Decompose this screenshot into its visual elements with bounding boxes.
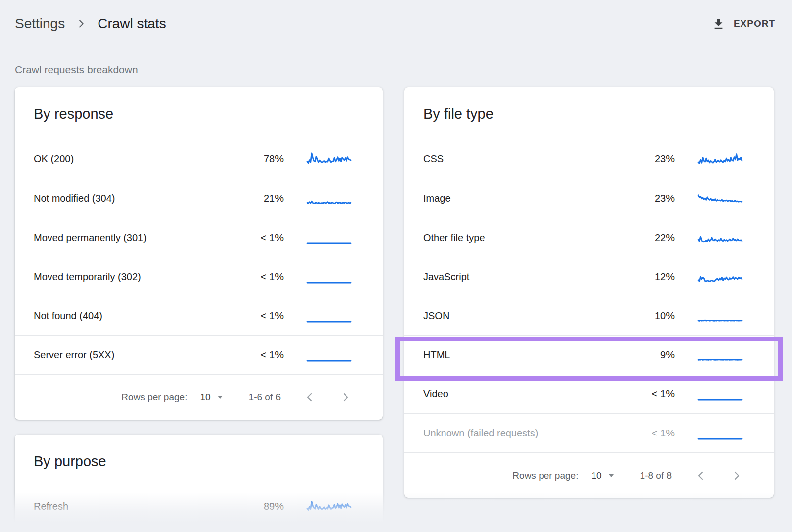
pagination-range: 1-6 of 6 (249, 392, 281, 403)
row-percentage: < 1% (229, 310, 284, 322)
breadcrumb-settings-link[interactable]: Settings (15, 16, 65, 32)
table-row[interactable]: OK (200)78% (15, 140, 383, 179)
dropdown-arrow-icon (608, 474, 614, 478)
row-percentage: < 1% (620, 428, 675, 439)
download-icon (712, 17, 725, 31)
card-by-response: By responseOK (200)78%Not modified (304)… (15, 87, 383, 420)
rows-list: OK (200)78%Not modified (304)21%Moved pe… (15, 140, 383, 374)
table-row[interactable]: Server error (5XX)< 1% (15, 335, 383, 374)
row-label: JavaScript (423, 271, 620, 283)
table-row[interactable]: Refresh89% (15, 487, 383, 526)
table-row[interactable]: JSON10% (404, 296, 774, 335)
row-label: JSON (423, 310, 620, 322)
export-button[interactable]: EXPORT (712, 17, 775, 31)
table-row[interactable]: CSS23% (404, 140, 774, 179)
sparkline-chart (306, 347, 352, 363)
rows-list: Refresh89% (15, 487, 383, 526)
row-label: HTML (423, 349, 620, 361)
row-percentage: 22% (620, 232, 675, 243)
table-row[interactable]: HTML9% (404, 335, 774, 374)
row-percentage: 9% (620, 349, 675, 361)
breadcrumb-current-page: Crawl stats (98, 16, 166, 32)
card-by-file-type: By file typeCSS23%Image23%Other file typ… (404, 87, 774, 498)
sparkline-chart (306, 230, 352, 245)
sparkline-chart (306, 151, 352, 167)
row-label: Moved temporarily (302) (34, 271, 229, 283)
row-percentage: 23% (620, 193, 675, 204)
row-label: OK (200) (34, 153, 229, 165)
section-title: Crawl requests breakdown (0, 48, 792, 76)
card-title: By file type (404, 87, 774, 122)
table-row[interactable]: Other file type22% (404, 218, 774, 257)
card-title: By response (15, 87, 383, 122)
row-label: Unknown (failed requests) (423, 428, 620, 439)
breadcrumb-chevron-icon (76, 18, 87, 29)
row-label: Other file type (423, 232, 620, 243)
sparkline-chart (306, 269, 352, 285)
table-row[interactable]: Moved temporarily (302)< 1% (15, 257, 383, 296)
sparkline-chart (697, 191, 743, 206)
row-percentage: 12% (620, 271, 675, 283)
row-percentage: 23% (620, 153, 675, 165)
rows-per-page-label: Rows per page: (121, 392, 187, 403)
rows-list: CSS23%Image23%Other file type22%JavaScri… (404, 140, 774, 452)
row-label: Not modified (304) (34, 193, 229, 204)
export-label: EXPORT (734, 18, 775, 29)
row-label: Server error (5XX) (34, 349, 229, 361)
pagination-range: 1-8 of 8 (640, 470, 672, 481)
sparkline-chart (306, 308, 352, 324)
sparkline-chart (697, 386, 743, 402)
sparkline-chart (306, 499, 352, 515)
table-row[interactable]: Video< 1% (404, 374, 774, 413)
page-header: Settings Crawl stats EXPORT (0, 0, 792, 48)
table-row[interactable]: Not modified (304)21% (15, 179, 383, 218)
card-footer: Rows per page:101-8 of 8 (404, 452, 774, 498)
row-percentage: < 1% (620, 388, 675, 400)
sparkline-chart (306, 191, 352, 206)
table-row[interactable]: JavaScript12% (404, 257, 774, 296)
sparkline-chart (697, 308, 743, 324)
row-percentage: < 1% (229, 349, 284, 361)
row-label: Refresh (34, 501, 229, 512)
rows-per-page-value: 10 (200, 392, 210, 403)
next-page-button[interactable] (339, 391, 352, 404)
left-column: By responseOK (200)78%Not modified (304)… (15, 87, 383, 532)
row-label: Not found (404) (34, 310, 229, 322)
sparkline-chart (697, 425, 743, 441)
rows-per-page-value: 10 (591, 470, 601, 481)
row-percentage: 89% (229, 501, 284, 512)
right-column: By file typeCSS23%Image23%Other file typ… (404, 87, 774, 498)
rows-per-page-label: Rows per page: (512, 470, 578, 481)
card-by-purpose: By purposeRefresh89% (15, 435, 383, 532)
row-percentage: 10% (620, 310, 675, 322)
sparkline-chart (697, 230, 743, 245)
row-percentage: 21% (229, 193, 284, 204)
row-percentage: < 1% (229, 232, 284, 243)
row-percentage: 78% (229, 153, 284, 165)
rows-per-page-select[interactable]: 10 (591, 470, 614, 481)
row-label: Video (423, 388, 620, 400)
crawl-stats-page: Settings Crawl stats EXPORT Crawl reques… (0, 0, 792, 532)
table-row[interactable]: Moved permanently (301)< 1% (15, 218, 383, 257)
breadcrumb: Settings Crawl stats (15, 16, 166, 32)
table-row[interactable]: Unknown (failed requests)< 1% (404, 413, 774, 452)
row-percentage: < 1% (229, 271, 284, 283)
sparkline-chart (697, 347, 743, 363)
table-row[interactable]: Image23% (404, 179, 774, 218)
sparkline-chart (697, 151, 743, 167)
cards-grid: By responseOK (200)78%Not modified (304)… (0, 76, 792, 532)
card-title: By purpose (15, 435, 383, 470)
row-label: CSS (423, 153, 620, 165)
dropdown-arrow-icon (217, 395, 223, 399)
table-row[interactable]: Not found (404)< 1% (15, 296, 383, 335)
next-page-button[interactable] (730, 469, 743, 482)
row-label: Moved permanently (301) (34, 232, 229, 243)
prev-page-button[interactable] (303, 391, 316, 404)
row-label: Image (423, 193, 620, 204)
rows-per-page-select[interactable]: 10 (200, 392, 223, 403)
sparkline-chart (697, 269, 743, 285)
card-footer: Rows per page:101-6 of 6 (15, 374, 383, 420)
prev-page-button[interactable] (694, 469, 707, 482)
